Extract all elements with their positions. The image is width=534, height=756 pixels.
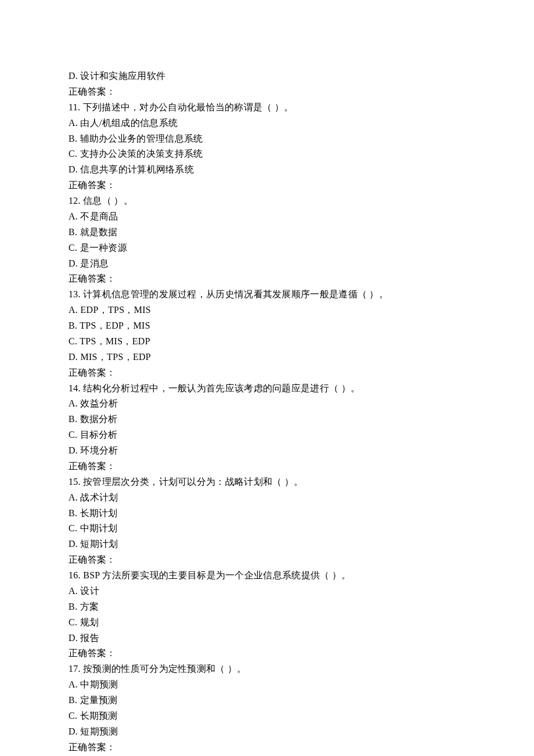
- text-line: D. 短期预测: [68, 724, 534, 740]
- text-line: 正确答案：: [68, 459, 534, 474]
- text-line: 正确答案：: [68, 740, 534, 755]
- text-line: C. TPS，MIS，EDP: [68, 334, 534, 350]
- text-line: B. 数据分析: [68, 412, 534, 427]
- text-line: A. 效益分析: [68, 396, 534, 412]
- text-line: 11. 下列描述中，对办公自动化最恰当的称谓是（ ）。: [68, 100, 534, 116]
- text-line: A. 由人/机组成的信息系统: [68, 116, 534, 131]
- text-line: B. 就是数据: [68, 225, 534, 240]
- text-line: 正确答案：: [68, 552, 534, 568]
- text-line: 16. BSP 方法所要实现的主要目标是为一个企业信息系统提供（ ）。: [68, 568, 534, 584]
- text-line: 正确答案：: [68, 365, 534, 381]
- text-line: 正确答案：: [68, 178, 534, 193]
- text-line: 正确答案：: [68, 84, 534, 100]
- text-line: 正确答案：: [68, 646, 534, 661]
- text-line: C. 目标分析: [68, 427, 534, 443]
- text-line: 17. 按预测的性质可分为定性预测和（ ）。: [68, 661, 534, 677]
- text-line: B. 定量预测: [68, 693, 534, 708]
- text-line: B. TPS，EDP，MIS: [68, 318, 534, 334]
- text-line: A. 中期预测: [68, 677, 534, 693]
- text-line: D. 报告: [68, 631, 534, 646]
- text-line: D. 环境分析: [68, 443, 534, 459]
- text-line: C. 中期计划: [68, 521, 534, 537]
- text-line: 12. 信息（ ）。: [68, 193, 534, 209]
- text-line: 15. 按管理层次分类，计划可以分为：战略计划和（ ）。: [68, 474, 534, 490]
- text-line: C. 支持办公决策的决策支持系统: [68, 146, 534, 162]
- text-line: D. MIS，TPS，EDP: [68, 350, 534, 365]
- text-line: 正确答案：: [68, 271, 534, 287]
- text-line: C. 规划: [68, 615, 534, 631]
- text-line: A. 设计: [68, 584, 534, 599]
- text-line: D. 短期计划: [68, 537, 534, 552]
- text-line: 13. 计算机信息管理的发展过程，从历史情况看其发展顺序一般是遵循（ ）。: [68, 287, 534, 303]
- text-line: 14. 结构化分析过程中，一般认为首先应该考虑的问题应是进行（ ）。: [68, 381, 534, 397]
- text-line: D. 设计和实施应用软件: [68, 69, 534, 84]
- text-line: D. 是消息: [68, 256, 534, 272]
- text-line: C. 长期预测: [68, 708, 534, 724]
- text-line: A. 战术计划: [68, 490, 534, 506]
- text-line: C. 是一种资源: [68, 240, 534, 256]
- text-line: B. 长期计划: [68, 506, 534, 521]
- text-line: A. 不是商品: [68, 209, 534, 225]
- text-line: B. 方案: [68, 599, 534, 615]
- text-line: D. 信息共享的计算机网络系统: [68, 162, 534, 178]
- text-line: B. 辅助办公业务的管理信息系统: [68, 131, 534, 147]
- document-body: D. 设计和实施应用软件正确答案：11. 下列描述中，对办公自动化最恰当的称谓是…: [68, 69, 534, 755]
- text-line: A. EDP，TPS，MIS: [68, 303, 534, 318]
